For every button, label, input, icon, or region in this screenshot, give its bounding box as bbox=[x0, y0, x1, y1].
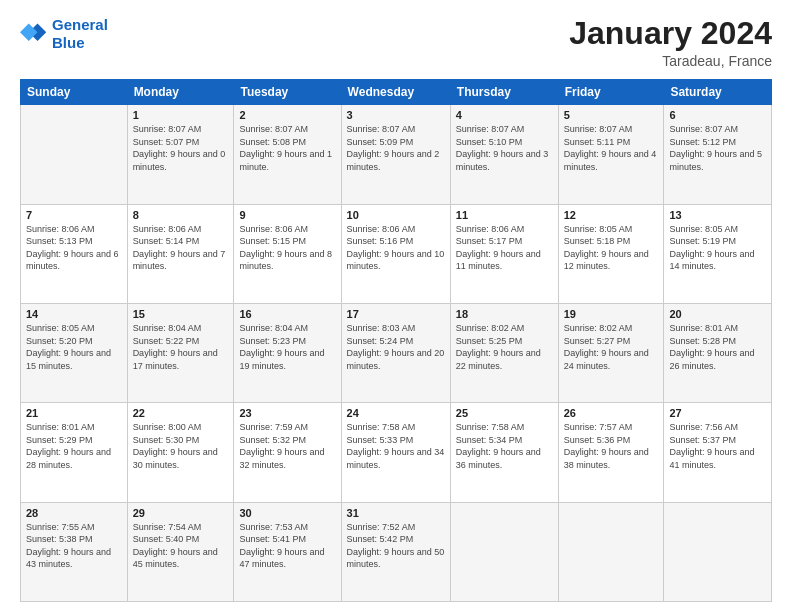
calendar-cell: 22Sunrise: 8:00 AMSunset: 5:30 PMDayligh… bbox=[127, 403, 234, 502]
day-number: 20 bbox=[669, 308, 766, 320]
calendar-cell: 14Sunrise: 8:05 AMSunset: 5:20 PMDayligh… bbox=[21, 303, 128, 402]
day-number: 22 bbox=[133, 407, 229, 419]
weekday-header-sunday: Sunday bbox=[21, 80, 128, 105]
calendar-cell: 10Sunrise: 8:06 AMSunset: 5:16 PMDayligh… bbox=[341, 204, 450, 303]
day-number: 28 bbox=[26, 507, 122, 519]
calendar-cell: 4Sunrise: 8:07 AMSunset: 5:10 PMDaylight… bbox=[450, 105, 558, 204]
calendar-body: 1Sunrise: 8:07 AMSunset: 5:07 PMDaylight… bbox=[21, 105, 772, 602]
day-number: 8 bbox=[133, 209, 229, 221]
calendar-cell: 1Sunrise: 8:07 AMSunset: 5:07 PMDaylight… bbox=[127, 105, 234, 204]
calendar-cell: 21Sunrise: 8:01 AMSunset: 5:29 PMDayligh… bbox=[21, 403, 128, 502]
day-info: Sunrise: 8:06 AMSunset: 5:15 PMDaylight:… bbox=[239, 223, 335, 273]
calendar-cell: 19Sunrise: 8:02 AMSunset: 5:27 PMDayligh… bbox=[558, 303, 664, 402]
day-info: Sunrise: 7:53 AMSunset: 5:41 PMDaylight:… bbox=[239, 521, 335, 571]
calendar-cell: 11Sunrise: 8:06 AMSunset: 5:17 PMDayligh… bbox=[450, 204, 558, 303]
day-info: Sunrise: 8:04 AMSunset: 5:22 PMDaylight:… bbox=[133, 322, 229, 372]
day-number: 4 bbox=[456, 109, 553, 121]
weekday-header-friday: Friday bbox=[558, 80, 664, 105]
day-number: 23 bbox=[239, 407, 335, 419]
day-info: Sunrise: 8:07 AMSunset: 5:08 PMDaylight:… bbox=[239, 123, 335, 173]
calendar-cell: 23Sunrise: 7:59 AMSunset: 5:32 PMDayligh… bbox=[234, 403, 341, 502]
day-number: 30 bbox=[239, 507, 335, 519]
day-number: 13 bbox=[669, 209, 766, 221]
day-info: Sunrise: 8:07 AMSunset: 5:07 PMDaylight:… bbox=[133, 123, 229, 173]
day-number: 11 bbox=[456, 209, 553, 221]
day-number: 29 bbox=[133, 507, 229, 519]
calendar-cell: 7Sunrise: 8:06 AMSunset: 5:13 PMDaylight… bbox=[21, 204, 128, 303]
day-info: Sunrise: 7:58 AMSunset: 5:34 PMDaylight:… bbox=[456, 421, 553, 471]
calendar-cell: 16Sunrise: 8:04 AMSunset: 5:23 PMDayligh… bbox=[234, 303, 341, 402]
day-number: 19 bbox=[564, 308, 659, 320]
day-info: Sunrise: 7:57 AMSunset: 5:36 PMDaylight:… bbox=[564, 421, 659, 471]
day-number: 10 bbox=[347, 209, 445, 221]
day-number: 7 bbox=[26, 209, 122, 221]
day-info: Sunrise: 8:02 AMSunset: 5:27 PMDaylight:… bbox=[564, 322, 659, 372]
day-info: Sunrise: 8:06 AMSunset: 5:16 PMDaylight:… bbox=[347, 223, 445, 273]
day-number: 2 bbox=[239, 109, 335, 121]
day-info: Sunrise: 8:06 AMSunset: 5:14 PMDaylight:… bbox=[133, 223, 229, 273]
calendar-cell: 17Sunrise: 8:03 AMSunset: 5:24 PMDayligh… bbox=[341, 303, 450, 402]
calendar-cell: 15Sunrise: 8:04 AMSunset: 5:22 PMDayligh… bbox=[127, 303, 234, 402]
calendar-cell: 5Sunrise: 8:07 AMSunset: 5:11 PMDaylight… bbox=[558, 105, 664, 204]
day-number: 27 bbox=[669, 407, 766, 419]
calendar-cell: 20Sunrise: 8:01 AMSunset: 5:28 PMDayligh… bbox=[664, 303, 772, 402]
day-info: Sunrise: 8:07 AMSunset: 5:11 PMDaylight:… bbox=[564, 123, 659, 173]
calendar-cell: 18Sunrise: 8:02 AMSunset: 5:25 PMDayligh… bbox=[450, 303, 558, 402]
logo-icon bbox=[20, 20, 48, 48]
day-info: Sunrise: 7:58 AMSunset: 5:33 PMDaylight:… bbox=[347, 421, 445, 471]
day-number: 9 bbox=[239, 209, 335, 221]
day-info: Sunrise: 7:56 AMSunset: 5:37 PMDaylight:… bbox=[669, 421, 766, 471]
calendar-week-row: 7Sunrise: 8:06 AMSunset: 5:13 PMDaylight… bbox=[21, 204, 772, 303]
day-number: 17 bbox=[347, 308, 445, 320]
day-info: Sunrise: 8:04 AMSunset: 5:23 PMDaylight:… bbox=[239, 322, 335, 372]
calendar-cell: 30Sunrise: 7:53 AMSunset: 5:41 PMDayligh… bbox=[234, 502, 341, 601]
calendar-cell: 9Sunrise: 8:06 AMSunset: 5:15 PMDaylight… bbox=[234, 204, 341, 303]
day-info: Sunrise: 8:01 AMSunset: 5:28 PMDaylight:… bbox=[669, 322, 766, 372]
day-info: Sunrise: 7:59 AMSunset: 5:32 PMDaylight:… bbox=[239, 421, 335, 471]
weekday-header-wednesday: Wednesday bbox=[341, 80, 450, 105]
calendar-week-row: 14Sunrise: 8:05 AMSunset: 5:20 PMDayligh… bbox=[21, 303, 772, 402]
calendar-cell: 26Sunrise: 7:57 AMSunset: 5:36 PMDayligh… bbox=[558, 403, 664, 502]
calendar-week-row: 21Sunrise: 8:01 AMSunset: 5:29 PMDayligh… bbox=[21, 403, 772, 502]
day-number: 14 bbox=[26, 308, 122, 320]
day-info: Sunrise: 8:03 AMSunset: 5:24 PMDaylight:… bbox=[347, 322, 445, 372]
day-number: 31 bbox=[347, 507, 445, 519]
day-info: Sunrise: 8:06 AMSunset: 5:13 PMDaylight:… bbox=[26, 223, 122, 273]
logo: General Blue bbox=[20, 16, 108, 52]
calendar-cell: 3Sunrise: 8:07 AMSunset: 5:09 PMDaylight… bbox=[341, 105, 450, 204]
day-info: Sunrise: 8:07 AMSunset: 5:12 PMDaylight:… bbox=[669, 123, 766, 173]
calendar-cell: 13Sunrise: 8:05 AMSunset: 5:19 PMDayligh… bbox=[664, 204, 772, 303]
day-info: Sunrise: 8:01 AMSunset: 5:29 PMDaylight:… bbox=[26, 421, 122, 471]
calendar-cell: 29Sunrise: 7:54 AMSunset: 5:40 PMDayligh… bbox=[127, 502, 234, 601]
calendar-cell: 6Sunrise: 8:07 AMSunset: 5:12 PMDaylight… bbox=[664, 105, 772, 204]
title-block: January 2024 Taradeau, France bbox=[569, 16, 772, 69]
logo-line1: General bbox=[52, 16, 108, 33]
calendar-cell: 12Sunrise: 8:05 AMSunset: 5:18 PMDayligh… bbox=[558, 204, 664, 303]
day-number: 25 bbox=[456, 407, 553, 419]
day-info: Sunrise: 8:05 AMSunset: 5:20 PMDaylight:… bbox=[26, 322, 122, 372]
month-title: January 2024 bbox=[569, 16, 772, 51]
logo-text: General Blue bbox=[52, 16, 108, 52]
weekday-header-tuesday: Tuesday bbox=[234, 80, 341, 105]
day-number: 6 bbox=[669, 109, 766, 121]
day-number: 3 bbox=[347, 109, 445, 121]
day-info: Sunrise: 7:52 AMSunset: 5:42 PMDaylight:… bbox=[347, 521, 445, 571]
calendar-cell: 31Sunrise: 7:52 AMSunset: 5:42 PMDayligh… bbox=[341, 502, 450, 601]
day-info: Sunrise: 8:05 AMSunset: 5:18 PMDaylight:… bbox=[564, 223, 659, 273]
day-number: 21 bbox=[26, 407, 122, 419]
day-number: 16 bbox=[239, 308, 335, 320]
day-number: 26 bbox=[564, 407, 659, 419]
day-info: Sunrise: 8:05 AMSunset: 5:19 PMDaylight:… bbox=[669, 223, 766, 273]
calendar-cell: 28Sunrise: 7:55 AMSunset: 5:38 PMDayligh… bbox=[21, 502, 128, 601]
day-number: 15 bbox=[133, 308, 229, 320]
calendar-table: SundayMondayTuesdayWednesdayThursdayFrid… bbox=[20, 79, 772, 602]
weekday-header-thursday: Thursday bbox=[450, 80, 558, 105]
calendar-week-row: 1Sunrise: 8:07 AMSunset: 5:07 PMDaylight… bbox=[21, 105, 772, 204]
location: Taradeau, France bbox=[569, 53, 772, 69]
calendar-cell: 27Sunrise: 7:56 AMSunset: 5:37 PMDayligh… bbox=[664, 403, 772, 502]
calendar-week-row: 28Sunrise: 7:55 AMSunset: 5:38 PMDayligh… bbox=[21, 502, 772, 601]
weekday-header-monday: Monday bbox=[127, 80, 234, 105]
calendar-cell: 24Sunrise: 7:58 AMSunset: 5:33 PMDayligh… bbox=[341, 403, 450, 502]
logo-line2: Blue bbox=[52, 34, 85, 51]
day-info: Sunrise: 7:54 AMSunset: 5:40 PMDaylight:… bbox=[133, 521, 229, 571]
